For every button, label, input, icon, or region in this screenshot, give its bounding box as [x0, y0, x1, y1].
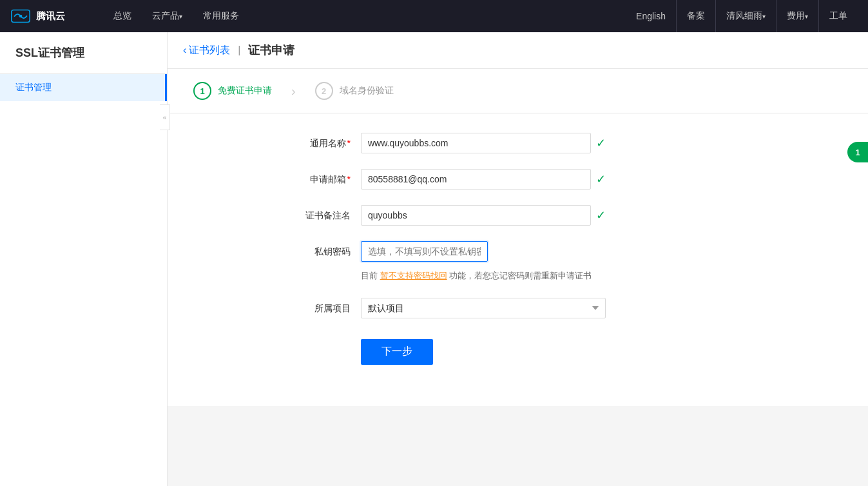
sidebar: SSL证书管理 « 证书管理	[0, 32, 168, 486]
form-row-private-key: 私钥密码 目前 暂不支持密码找回 功能，若您忘记密码则需重新申请证书	[296, 241, 842, 282]
breadcrumb-back-arrow: ‹	[183, 44, 186, 56]
step-1-circle: 1	[193, 82, 211, 100]
nav-overview[interactable]: 总览	[103, 0, 142, 32]
content-area: ‹ 证书列表 | 证书申请 1 免费证书申请 › 2 域名身份验证 通用名称*	[168, 32, 868, 486]
nav-user[interactable]: 清风细雨	[715, 0, 776, 32]
steps-area: 1 免费证书申请 › 2 域名身份验证	[168, 69, 868, 113]
valid-icon-email: ✓	[596, 172, 606, 186]
label-remark: 证书备注名	[296, 205, 361, 226]
input-common-name[interactable]	[361, 133, 591, 153]
required-mark: *	[347, 138, 351, 148]
label-common-name: 通用名称*	[296, 133, 361, 153]
step-2-circle: 2	[315, 82, 333, 100]
input-wrap-email: ✓	[361, 169, 606, 190]
step-1: 1 免费证书申请	[193, 82, 272, 100]
form-row-remark: 证书备注名 ✓	[296, 205, 842, 226]
nav-billing[interactable]: 费用	[776, 0, 818, 32]
step-2-label: 域名身份验证	[340, 85, 394, 97]
label-email: 申请邮箱*	[296, 169, 361, 190]
input-private-key[interactable]	[361, 241, 488, 262]
warn-link[interactable]: 暂不支持密码找回	[380, 271, 447, 280]
input-email[interactable]	[361, 169, 591, 190]
label-private-key: 私钥密码	[296, 241, 361, 262]
sidebar-collapse-button[interactable]: «	[160, 104, 170, 130]
nav-english[interactable]: English	[626, 0, 676, 32]
breadcrumb-separator: |	[238, 44, 240, 56]
input-remark[interactable]	[361, 205, 591, 226]
svg-point-1	[19, 15, 23, 18]
form-row-project: 所属项目 默认项目	[296, 298, 842, 318]
form-area: 通用名称* ✓ 申请邮箱* ✓ 证书备注名	[168, 113, 868, 406]
step-arrow: ›	[291, 84, 296, 99]
sidebar-item-cert-management[interactable]: 证书管理	[0, 74, 167, 101]
nav-ticket[interactable]: 工单	[818, 0, 858, 32]
sidebar-title: SSL证书管理	[0, 32, 167, 74]
form-row-common-name: 通用名称* ✓	[296, 133, 842, 153]
nav-right-group: English 备案 清风细雨 费用 工单	[626, 0, 858, 32]
form-row-email: 申请邮箱* ✓	[296, 169, 842, 190]
float-action-button[interactable]: 1	[847, 142, 868, 162]
next-button[interactable]: 下一步	[361, 339, 433, 365]
select-project[interactable]: 默认项目	[361, 298, 606, 318]
input-wrap-project: 默认项目	[361, 298, 606, 318]
step-2: 2 域名身份验证	[315, 82, 394, 100]
private-key-hint: 目前 暂不支持密码找回 功能，若您忘记密码则需重新申请证书	[361, 269, 592, 282]
nav-common-services[interactable]: 常用服务	[193, 0, 249, 32]
logo-icon	[10, 9, 31, 23]
breadcrumb-back-label: 证书列表	[189, 44, 230, 57]
valid-icon-common-name: ✓	[596, 136, 606, 150]
top-navigation: 腾讯云 总览 云产品 常用服务 English 备案 清风细雨 费用 工单	[0, 0, 868, 32]
nav-products[interactable]: 云产品	[142, 0, 193, 32]
valid-icon-remark: ✓	[596, 208, 606, 222]
breadcrumb-bar: ‹ 证书列表 | 证书申请	[168, 32, 868, 69]
breadcrumb-back-link[interactable]: ‹ 证书列表	[183, 44, 230, 57]
logo-text: 腾讯云	[36, 10, 65, 23]
form-row-submit: 下一步	[296, 334, 842, 365]
logo[interactable]: 腾讯云	[10, 9, 88, 23]
required-mark-email: *	[347, 174, 351, 184]
nav-beian[interactable]: 备案	[676, 0, 715, 32]
input-wrap-common-name: ✓	[361, 133, 606, 153]
breadcrumb-current-page: 证书申请	[248, 43, 294, 58]
step-1-label: 免费证书申请	[218, 85, 272, 97]
main-layout: SSL证书管理 « 证书管理 ‹ 证书列表 | 证书申请 1 免费证书申请 › …	[0, 32, 868, 486]
label-project: 所属项目	[296, 298, 361, 318]
input-wrap-private-key	[361, 241, 488, 262]
input-wrap-remark: ✓	[361, 205, 606, 226]
